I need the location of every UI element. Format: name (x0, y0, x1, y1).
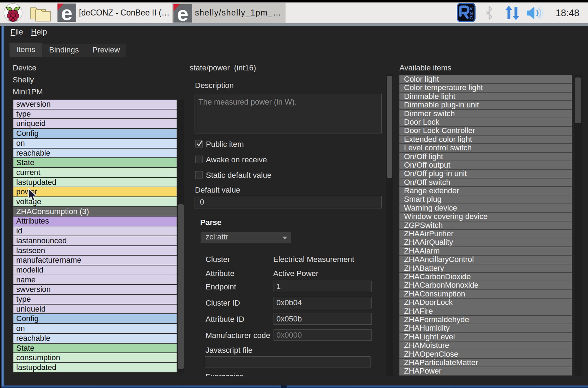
svg-text:C: C (470, 15, 473, 20)
